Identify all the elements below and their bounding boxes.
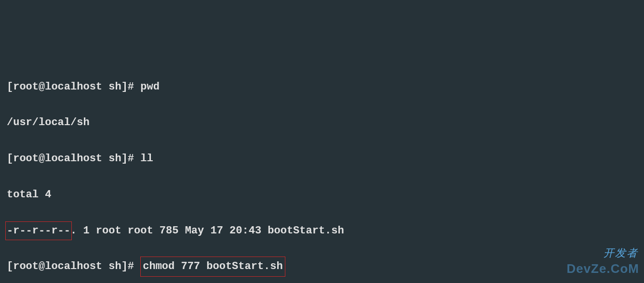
cmd-pwd: pwd <box>140 81 160 93</box>
pwd-output: /usr/local/sh <box>7 116 90 129</box>
watermark-site: DevZe.CoM <box>566 258 639 279</box>
shell-prompt: [root@localhost sh]# <box>7 260 140 272</box>
watermark-en: DevZe.CoM <box>566 261 639 276</box>
terminal-line-3: [root@localhost sh]# ll <box>7 150 637 167</box>
permissions-readonly: -r--r--r-- <box>7 225 70 237</box>
terminal-line-1: [root@localhost sh]# pwd <box>7 78 637 96</box>
shell-prompt: [root@localhost sh]# <box>7 81 140 93</box>
ll-total: total 4 <box>7 189 51 201</box>
cmd-ll: ll <box>140 153 153 165</box>
shell-prompt: [root@localhost sh]# <box>7 153 140 165</box>
permissions-readonly-highlight: -r--r--r-- <box>5 221 72 240</box>
terminal-line-2-output: /usr/local/sh <box>7 114 637 131</box>
terminal-line-6: [root@localhost sh]# chmod 777 bootStart… <box>7 257 637 275</box>
chmod-command-highlight: chmod 777 bootStart.sh <box>140 257 285 276</box>
file-listing-1: . 1 root root 785 May 17 20:43 bootStart… <box>70 225 344 237</box>
terminal-line-5-output: -r--r--r--. 1 root root 785 May 17 20:43… <box>7 222 637 240</box>
cmd-chmod: chmod 777 bootStart.sh <box>143 260 282 272</box>
terminal-line-4-output: total 4 <box>7 186 637 204</box>
